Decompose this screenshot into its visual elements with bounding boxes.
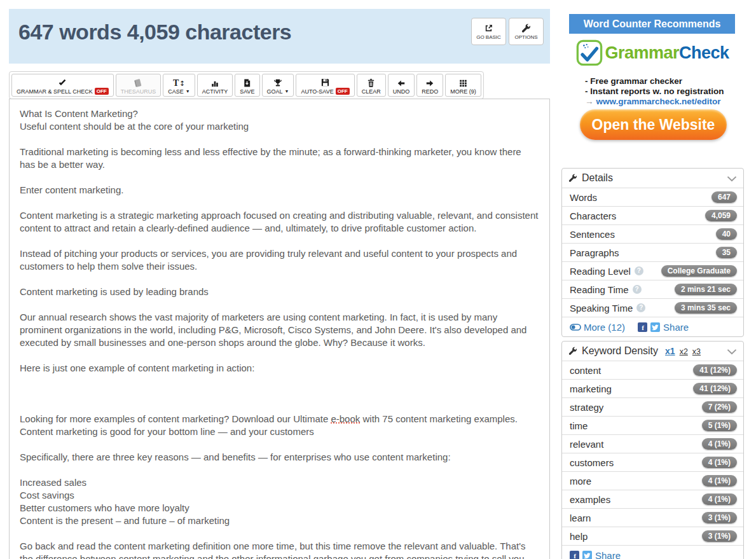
multiplier-x1[interactable]: x1 bbox=[665, 346, 675, 356]
keyword-label: relevant bbox=[570, 439, 603, 450]
keyword-label: strategy bbox=[570, 402, 603, 413]
keyword-row: customers 4 (1%) bbox=[562, 453, 743, 471]
stat-label: Sentences bbox=[570, 229, 615, 240]
editor-line bbox=[20, 298, 539, 311]
multiplier-x3[interactable]: x3 bbox=[692, 347, 701, 356]
keyword-badge: 5 (1%) bbox=[702, 420, 737, 431]
more-button[interactable]: MORE (9) bbox=[445, 74, 481, 97]
case-label: CASE bbox=[168, 88, 184, 95]
recommends-banner: Word Counter Recommends bbox=[569, 14, 735, 34]
details-share-link[interactable]: Share bbox=[663, 322, 689, 333]
grammarcheck-link[interactable]: www.grammarcheck.net/editor bbox=[596, 97, 721, 107]
grammarcheck-logo[interactable]: GrammarCheck bbox=[561, 39, 744, 66]
caret-down-icon: ▼ bbox=[186, 89, 190, 93]
editor-line: Content marketing is used by leading bra… bbox=[20, 286, 539, 298]
details-header: Details bbox=[562, 169, 743, 188]
editor-line: Here is just one example of content mark… bbox=[20, 362, 539, 375]
keyword-badge: 7 (2%) bbox=[702, 401, 737, 413]
ad-bullet-2: - Instant reports w. no registration bbox=[585, 86, 724, 97]
editor-line bbox=[20, 133, 539, 146]
floppy-disk-icon bbox=[320, 76, 330, 87]
twitter-icon[interactable] bbox=[650, 322, 660, 332]
bar-chart-icon bbox=[210, 77, 220, 88]
facebook-icon[interactable]: f bbox=[638, 322, 647, 332]
details-row-paragraphs: Paragraphs 35 bbox=[562, 243, 743, 261]
details-row-reading-time: Reading Time ? 2 mins 21 sec bbox=[562, 280, 743, 298]
keyword-badge: 3 (1%) bbox=[702, 512, 737, 523]
editor-line: What Is Content Marketing? bbox=[20, 107, 539, 120]
facebook-icon[interactable]: f bbox=[570, 551, 579, 559]
ad-bullets: - Free grammar checker - Instant reports… bbox=[585, 76, 724, 107]
stat-badge: 3 mins 35 sec bbox=[675, 302, 737, 314]
twitter-icon[interactable] bbox=[582, 551, 592, 559]
editor-textarea[interactable]: What Is Content Marketing? Useful conten… bbox=[9, 99, 550, 559]
trophy-icon bbox=[273, 77, 283, 88]
editor-line-ebook: Looking for more examples of content mar… bbox=[20, 413, 539, 425]
options-button[interactable]: OPTIONS bbox=[509, 18, 544, 45]
help-icon[interactable]: ? bbox=[633, 285, 642, 294]
details-row-words: Words 647 bbox=[562, 188, 743, 206]
trash-icon bbox=[366, 77, 376, 88]
keyword-badge: 4 (1%) bbox=[702, 493, 737, 505]
editor-line: Increased sales bbox=[20, 476, 539, 489]
multiplier-x2[interactable]: x2 bbox=[680, 347, 688, 356]
open-website-button[interactable]: Open the Website bbox=[580, 109, 727, 140]
editor-line: Instead of pitching your products or ser… bbox=[20, 247, 539, 273]
stat-label: Reading Level bbox=[570, 266, 631, 277]
keyword-density-title: Keyword Density bbox=[582, 345, 658, 357]
arrow-left-icon bbox=[396, 77, 406, 88]
more-label: MORE (9) bbox=[450, 88, 476, 95]
chevron-down-icon[interactable] bbox=[727, 174, 737, 183]
ebook-line-post: with 75 content marketing examples. bbox=[360, 413, 518, 424]
auto-save-button[interactable]: AUTO-SAVEOFF bbox=[296, 74, 354, 97]
wrench-icon bbox=[568, 347, 577, 355]
activity-button[interactable]: ACTIVITY bbox=[197, 74, 233, 97]
keyword-share-link[interactable]: Share bbox=[595, 550, 621, 559]
word-counter-app: 647 words 4,059 characters GO BASIC OPTI… bbox=[0, 0, 756, 559]
undo-button[interactable]: UNDO bbox=[388, 74, 415, 97]
multiplier-links: x1 x2 x3 bbox=[665, 346, 701, 356]
keyword-row: learn 3 (1%) bbox=[562, 508, 743, 527]
redo-button[interactable]: REDO bbox=[416, 74, 443, 97]
help-icon[interactable]: ? bbox=[635, 266, 643, 275]
grammar-spell-check-button[interactable]: GRAMMAR & SPELL CHECKOFF bbox=[11, 74, 114, 97]
stat-badge: 40 bbox=[716, 228, 737, 240]
keyword-label: examples bbox=[570, 494, 610, 505]
editor-line: Specifically, there are three key reason… bbox=[20, 451, 539, 464]
keyword-density-panel: Keyword Density x1 x2 x3 content 41 (12%… bbox=[561, 341, 744, 559]
case-button[interactable]: T↕ CASE▼ bbox=[163, 74, 195, 97]
svg-text:↕: ↕ bbox=[179, 79, 184, 88]
svg-text:f: f bbox=[642, 324, 644, 331]
save-download-icon bbox=[242, 77, 252, 88]
grammarcheck-icon bbox=[576, 39, 603, 66]
keyword-row: marketing 41 (12%) bbox=[562, 379, 743, 397]
keyword-label: customers bbox=[570, 457, 614, 468]
stat-label: Characters bbox=[570, 210, 616, 221]
thesaurus-button[interactable]: THESAURUS bbox=[116, 74, 162, 97]
arrow-right-glyph: → bbox=[585, 97, 594, 107]
go-basic-button[interactable]: GO BASIC bbox=[471, 18, 506, 45]
more-stats-link[interactable]: More (12) bbox=[570, 322, 625, 333]
keyword-density-header: Keyword Density x1 x2 x3 bbox=[562, 342, 743, 361]
brand-check: Check bbox=[679, 43, 729, 62]
clear-label: CLEAR bbox=[362, 88, 381, 95]
goal-button[interactable]: GOAL▼ bbox=[262, 74, 294, 97]
keyword-badge: 4 (1%) bbox=[702, 438, 737, 450]
stat-badge: 4,059 bbox=[705, 210, 737, 221]
grid-icon bbox=[458, 77, 468, 88]
clear-button[interactable]: CLEAR bbox=[357, 74, 386, 97]
editor-line bbox=[20, 464, 539, 476]
details-row-speaking-time: Speaking Time ? 3 mins 35 sec bbox=[562, 298, 743, 317]
chevron-down-icon[interactable] bbox=[727, 347, 737, 355]
keyword-label: time bbox=[570, 420, 588, 431]
wrench-icon bbox=[568, 174, 577, 183]
details-row-sentences: Sentences 40 bbox=[562, 224, 743, 243]
stat-badge: 647 bbox=[711, 191, 737, 203]
ebook-line-pre: Looking for more examples of content mar… bbox=[20, 413, 331, 424]
details-footer: More (12) f Share bbox=[562, 317, 743, 336]
editor-line: Our annual research shows the vast major… bbox=[20, 311, 539, 349]
editor-line bbox=[20, 171, 539, 184]
help-icon[interactable]: ? bbox=[636, 303, 645, 312]
header-buttons: GO BASIC OPTIONS bbox=[471, 18, 544, 45]
save-button[interactable]: SAVE bbox=[235, 74, 259, 97]
